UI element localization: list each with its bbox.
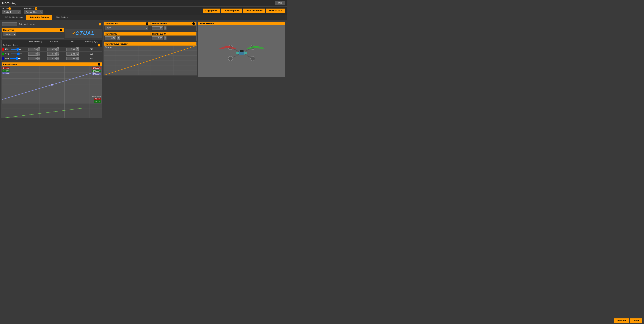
profile-select[interactable]: Profile 1 Profile 2 Profile 3 xyxy=(2,10,20,14)
roll-mr-up[interactable]: ▲ xyxy=(57,47,60,49)
rates-preview-help-icon[interactable]: ? xyxy=(98,63,100,66)
roll-row: ROLL ▲ ▼ ▲ ▼ xyxy=(2,47,102,52)
svg-rect-14 xyxy=(240,50,244,52)
throttle-expo-control: ▲ ▼ xyxy=(150,35,196,41)
rate-profile-name-input[interactable] xyxy=(2,22,17,26)
throttle-expo-label: Throttle EXPO xyxy=(152,33,166,35)
left-panel: Rate profile name ? Rates Type ? Actual … xyxy=(2,21,102,118)
col-header-expo: Expo xyxy=(64,40,82,43)
rates-type-select[interactable]: Actual Betaflight Raceflight Kiss xyxy=(3,32,16,36)
pitch-left-badge: 0 deg/s xyxy=(2,70,10,72)
roll-cs-spin: ▲ ▼ xyxy=(38,47,40,51)
copy-rateprofile-button[interactable]: Copy rateprofile xyxy=(221,8,242,13)
roll-mr-down[interactable]: ▼ xyxy=(57,49,60,51)
angle-mode-label: Angle Mode xyxy=(92,96,101,97)
roll-center-sensitivity-input[interactable] xyxy=(28,48,38,51)
yaw-expo-down[interactable]: ▼ xyxy=(76,59,78,60)
yaw-mr-down[interactable]: ▼ xyxy=(57,59,60,60)
yaw-slider[interactable] xyxy=(10,58,21,59)
rates-column-headers: Center Sensitivity Max Rate Expo Max Vel… xyxy=(2,40,102,43)
tab-rateprofile-settings[interactable]: Rateprofile Settings xyxy=(26,15,52,20)
throttle-mid-down[interactable]: ▼ xyxy=(117,38,120,40)
throttle-mid-header: Throttle MID xyxy=(104,32,150,35)
pitch-center-sensitivity-input[interactable] xyxy=(28,52,38,56)
pitch-expo-up[interactable]: ▲ xyxy=(76,52,78,54)
throttle-pct-down[interactable]: ▼ xyxy=(164,28,166,30)
yaw-cs-up[interactable]: ▲ xyxy=(38,57,40,59)
yaw-axis-name: YAW xyxy=(5,58,9,60)
app-title: PID Tuning xyxy=(2,2,275,5)
reset-profile-button[interactable]: Reset this Profile xyxy=(243,8,265,13)
pitch-cs-down[interactable]: ▼ xyxy=(38,54,40,56)
yaw-color-indicator xyxy=(2,57,4,60)
roll-expo-input[interactable] xyxy=(66,48,76,51)
roll-cs-up[interactable]: ▲ xyxy=(38,47,40,49)
yaw-cs-down[interactable]: ▼ xyxy=(38,59,40,60)
throttle-limit-pct-help-icon[interactable]: ? xyxy=(192,22,195,25)
yaw-expo: ▲ ▼ xyxy=(63,57,82,60)
throttle-mid-input[interactable] xyxy=(105,36,116,40)
pitch-mr-down[interactable]: ▼ xyxy=(57,54,60,56)
pitch-expo-spin: ▲ ▼ xyxy=(76,52,78,56)
roll-expo: ▲ ▼ xyxy=(63,47,82,51)
yaw-axis-label: YAW xyxy=(2,57,25,60)
throttle-curve-pct-label: 0% = 0% xyxy=(105,46,112,48)
pitch-expo-down[interactable]: ▼ xyxy=(76,54,78,56)
pitch-max-rate-input[interactable] xyxy=(47,52,56,56)
pitch-axis-name: PITCH xyxy=(5,53,10,55)
throttle-expo-down[interactable]: ▼ xyxy=(164,38,166,40)
pitch-row: PITCH ▲ ▼ ▲ ▼ xyxy=(2,52,102,56)
pitch-cs-up[interactable]: ▲ xyxy=(38,52,40,54)
throttle-expo-header: Throttle EXPO xyxy=(150,32,196,35)
profile-label-row: Profile ? xyxy=(2,7,20,10)
rates-chart-canvas xyxy=(2,66,102,103)
rates-preview-right-label: Rates Preview xyxy=(200,22,214,24)
pitch-expo-input[interactable] xyxy=(66,52,76,56)
throttle-pct-up[interactable]: ▲ xyxy=(164,26,166,28)
right-panel: Rates Preview xyxy=(198,21,285,118)
throttle-mid-up[interactable]: ▲ xyxy=(117,36,120,38)
roll-slider[interactable] xyxy=(10,49,22,50)
svg-point-8 xyxy=(250,56,255,61)
yaw-mr-up[interactable]: ▲ xyxy=(57,57,60,59)
yaw-center-sensitivity-input[interactable] xyxy=(28,57,38,60)
throttle-limit-pct-input[interactable] xyxy=(152,26,163,30)
throttle-pct-spin: ▲ ▼ xyxy=(164,26,166,30)
rates-type-help-icon[interactable]: ? xyxy=(60,29,62,31)
drone-illustration xyxy=(206,32,277,70)
basic-acro-title-row: Basic/Acro Rates ? xyxy=(2,43,102,47)
yaw-expo-up[interactable]: ▲ xyxy=(76,57,78,59)
basic-acro-help-icon[interactable]: ? xyxy=(98,44,100,46)
rates-type-row: Actual Betaflight Raceflight Kiss xyxy=(2,32,64,37)
profile-help-icon[interactable]: ? xyxy=(8,7,11,10)
yaw-max-rate-input[interactable] xyxy=(47,57,56,60)
wiki-button[interactable]: WIKI xyxy=(275,1,285,5)
rateprofile-select[interactable]: Rateprofile 1 Rateprofile 2 Rateprofile … xyxy=(24,10,43,14)
rate-profile-name-help-icon[interactable]: ? xyxy=(99,23,101,25)
yaw-expo-input[interactable] xyxy=(66,57,76,60)
pitch-max-rate: ▲ ▼ xyxy=(44,52,63,56)
tab-bar: PID Profile Settings Rateprofile Setting… xyxy=(0,15,287,20)
throttle-expo-input[interactable] xyxy=(152,36,163,40)
throttle-curve-chart: 0% = 0% xyxy=(104,45,196,75)
throttle-limit-help-icon[interactable]: ? xyxy=(146,22,148,25)
tab-filter-settings[interactable]: Filter Settings xyxy=(52,15,71,20)
tab-pid-profile-settings[interactable]: PID Profile Settings xyxy=(2,15,26,20)
angle-roll-badge: 7.8...75 xyxy=(94,98,101,100)
roll-color-indicator xyxy=(2,48,4,51)
top-bar: PID Tuning WIKI xyxy=(0,0,287,6)
rateprofile-help-icon[interactable]: ? xyxy=(35,7,38,10)
copy-profile-button[interactable]: Copy profile xyxy=(203,8,220,13)
yaw-row: YAW ▲ ▼ ▲ ▼ xyxy=(2,56,102,61)
roll-expo-up[interactable]: ▲ xyxy=(76,47,78,49)
throttle-expo-up[interactable]: ▲ xyxy=(164,36,166,38)
roll-cs-down[interactable]: ▼ xyxy=(38,49,40,51)
throttle-limit-select[interactable]: OFF SCALE CLIP xyxy=(105,26,148,30)
roll-center-sensitivity: ▲ ▼ xyxy=(25,47,44,51)
pitch-mr-up[interactable]: ▲ xyxy=(57,52,60,54)
pitch-slider[interactable] xyxy=(11,53,22,54)
roll-max-rate-input[interactable] xyxy=(47,48,56,51)
show-all-pids-button[interactable]: Show all PIDs xyxy=(266,8,285,13)
rateprofile-label-row: Rateprofile ? xyxy=(24,7,43,10)
roll-expo-down[interactable]: ▼ xyxy=(76,49,78,51)
